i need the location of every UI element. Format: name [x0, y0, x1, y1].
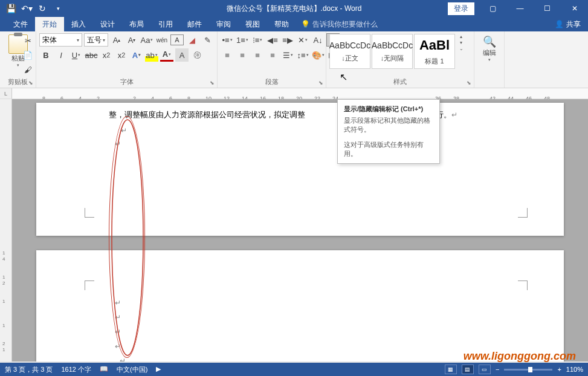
increase-indent-icon[interactable]: ≡▶	[281, 33, 294, 47]
status-language[interactable]: 中文(中国)	[117, 365, 147, 374]
tab-layout[interactable]: 布局	[122, 17, 151, 32]
page-corner	[85, 280, 94, 290]
enclose-char-icon[interactable]: ㊟	[190, 48, 204, 62]
align-right-icon[interactable]: ≡	[251, 48, 264, 62]
tooltip: 显示/隐藏编辑标记 (Ctrl+*) 显示段落标记和其他隐藏的格式符号。 这对于…	[337, 99, 440, 164]
tab-selector[interactable]: L	[0, 88, 12, 99]
shrink-font-icon[interactable]: A▾	[125, 33, 138, 47]
change-case-icon[interactable]: Aa	[140, 33, 153, 47]
style-name: ↓正文	[341, 54, 358, 63]
zoom-level[interactable]: 110%	[566, 366, 583, 373]
phonetic-icon[interactable]: wén	[155, 33, 169, 47]
save-icon[interactable]: 💾	[4, 1, 18, 16]
highlight-icon[interactable]: ab	[145, 48, 158, 62]
tab-view[interactable]: 视图	[238, 17, 267, 32]
grow-font-icon[interactable]: A▴	[110, 33, 123, 47]
tab-mailings[interactable]: 邮件	[180, 17, 209, 32]
status-word-count[interactable]: 1612 个字	[61, 365, 91, 374]
styles-more-button[interactable]: ▴▾⌄	[456, 34, 466, 51]
tell-me-label: 告诉我你想要做什么	[312, 19, 378, 30]
tab-file[interactable]: 文件	[6, 17, 35, 32]
minimize-icon[interactable]: —	[506, 0, 534, 17]
undo-icon[interactable]: ↶▾	[19, 1, 34, 16]
document-canvas[interactable]: 整，调整幅度由人力资源部根据公司经营状况，拟定调整 意后执行。↵ ↵ ↵ ↵ ↵…	[12, 99, 588, 361]
maximize-icon[interactable]: ☐	[534, 0, 561, 17]
paragraph-launcher[interactable]: ⬊	[318, 80, 323, 86]
shading-icon[interactable]: 🎨	[311, 48, 325, 62]
editing-label: 编辑	[483, 48, 496, 57]
print-layout-icon[interactable]: ▤	[462, 365, 474, 374]
tell-me-search[interactable]: 💡 告诉我你想要做什么	[301, 19, 378, 30]
redo-icon[interactable]: ↻	[35, 1, 50, 16]
bold-icon[interactable]: B	[39, 48, 53, 62]
asian-layout-icon[interactable]: ✕	[296, 33, 309, 47]
cut-icon[interactable]: ✂	[21, 34, 34, 47]
line-spacing-icon[interactable]: ↕≡	[296, 48, 309, 62]
style-no-spacing[interactable]: AaBbCcDc ↓无间隔	[372, 34, 413, 69]
clipboard-launcher[interactable]: ⬊	[28, 80, 33, 86]
font-launcher[interactable]: ⬊	[210, 80, 215, 86]
qat-customize-icon[interactable]: ▾	[51, 1, 65, 16]
multilevel-icon[interactable]: ⁝≡	[251, 33, 264, 47]
vertical-ruler[interactable]: 1 4 1 2 1 1 2 1	[0, 99, 12, 361]
copy-icon[interactable]: 📄	[21, 48, 34, 62]
read-mode-icon[interactable]: ▦	[445, 365, 457, 374]
numbering-icon[interactable]: 1≡	[236, 33, 249, 47]
clear-format-icon[interactable]: ◢	[186, 33, 199, 47]
styles-launcher[interactable]: ⬊	[467, 80, 471, 86]
find-icon[interactable]: 🔍	[483, 35, 496, 48]
zoom-out-icon[interactable]: −	[496, 366, 499, 373]
char-shading-icon[interactable]: A	[175, 48, 189, 62]
format-painter-icon[interactable]: 🖌	[21, 63, 34, 76]
tab-help[interactable]: 帮助	[267, 17, 296, 32]
decrease-indent-icon[interactable]: ◀≡	[266, 33, 279, 47]
zoom-slider[interactable]	[504, 369, 552, 371]
sort-icon[interactable]: A↓	[311, 33, 325, 47]
tab-insert[interactable]: 插入	[64, 17, 93, 32]
style-name: 标题 1	[425, 57, 444, 66]
share-button[interactable]: 👤 共享	[555, 19, 581, 30]
document-page[interactable]: ↵ ↵ ↵ ↵ ↵	[36, 250, 564, 361]
styles-group-label: 样式	[326, 77, 474, 86]
align-center-icon[interactable]: ≡	[236, 48, 249, 62]
tab-references[interactable]: 引用	[151, 17, 180, 32]
subscript-icon[interactable]: x2	[100, 48, 113, 62]
italic-icon[interactable]: I	[54, 48, 68, 62]
superscript-icon[interactable]: x2	[115, 48, 128, 62]
eraser-icon[interactable]: ✎	[201, 33, 214, 47]
tab-design[interactable]: 设计	[93, 17, 122, 32]
lightbulb-icon: 💡	[301, 20, 310, 28]
document-page[interactable]: 整，调整幅度由人力资源部根据公司经营状况，拟定调整 意后执行。↵ ↵ ↵	[36, 103, 564, 236]
underline-icon[interactable]: U	[69, 48, 83, 62]
font-size-combo[interactable]: 五号▾	[84, 33, 108, 47]
ribbon-options-icon[interactable]: ▢	[479, 0, 506, 17]
zoom-in-icon[interactable]: +	[557, 366, 561, 373]
paragraph-group-label: 段落	[218, 77, 326, 86]
style-heading1[interactable]: AaBl 标题 1	[414, 34, 455, 69]
tooltip-body: 显示段落标记和其他隐藏的格式符号。	[344, 116, 433, 134]
body-text: 整，调整幅度由人力资源部根据公司经营状况，拟定调整 意后执行。↵	[109, 109, 515, 122]
char-border-icon[interactable]: A	[170, 34, 184, 45]
web-layout-icon[interactable]: ▭	[479, 365, 491, 374]
font-name-combo[interactable]: 宋体▾	[39, 33, 82, 47]
status-spellcheck-icon[interactable]: 📖	[100, 365, 108, 374]
share-label: 共享	[566, 19, 581, 30]
login-button[interactable]: 登录	[448, 2, 474, 15]
style-normal[interactable]: AaBbCcDc ↓正文	[329, 34, 370, 69]
strikethrough-icon[interactable]: abc	[85, 48, 98, 62]
font-color-icon[interactable]: A	[160, 48, 173, 62]
distribute-icon[interactable]: ☰	[281, 48, 294, 62]
bullets-icon[interactable]: •≡	[221, 33, 234, 47]
style-preview: AaBbCcDc	[372, 41, 413, 50]
style-preview: AaBl	[419, 37, 450, 53]
page-corner	[518, 280, 528, 290]
align-left-icon[interactable]: ≡	[221, 48, 234, 62]
text-effects-icon[interactable]: A	[130, 48, 143, 62]
close-icon[interactable]: ✕	[561, 0, 588, 17]
tab-review[interactable]: 审阅	[209, 17, 238, 32]
status-page[interactable]: 第 3 页，共 3 页	[5, 365, 53, 374]
tab-home[interactable]: 开始	[35, 17, 64, 32]
justify-icon[interactable]: ≡	[266, 48, 279, 62]
status-macro-icon[interactable]: ▶	[156, 365, 161, 374]
tooltip-body: 这对于高级版式任务特别有用。	[344, 140, 433, 158]
